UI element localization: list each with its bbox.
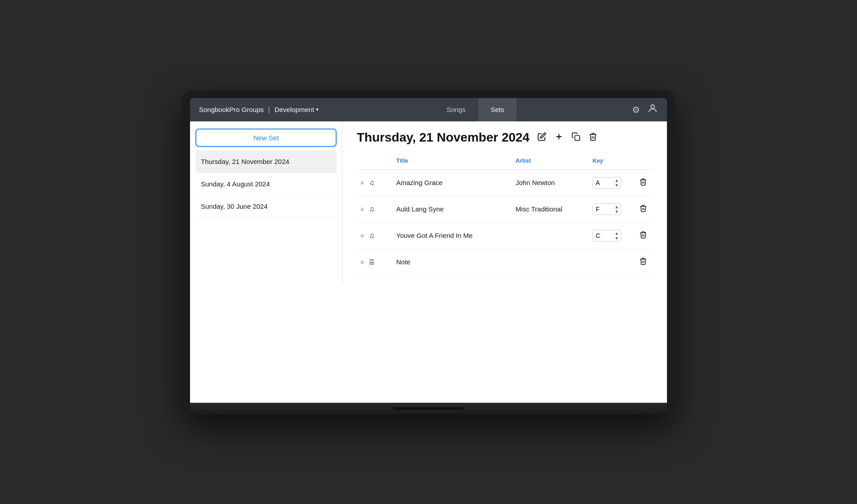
set-item[interactable]: Sunday, 30 June 2024 xyxy=(195,195,337,218)
note-icon: ☰ xyxy=(369,258,375,266)
song-key: ABbBCDbDEbEFF#GAb ▲▼ xyxy=(589,196,634,222)
copy-button[interactable] xyxy=(571,131,581,143)
col-artist: Artist xyxy=(512,155,589,170)
song-title: Amazing Grace xyxy=(393,169,512,196)
songs-table: Title Artist Key ≡ ♫ Amazing GraceJohn N… xyxy=(357,155,653,276)
music-icon: ♫ xyxy=(369,179,374,187)
song-artist: Misc Traditional xyxy=(512,196,589,222)
env-label: Development xyxy=(274,106,314,113)
table-row: ≡ ♫ Auld Lang SyneMisc Traditional ABbBC… xyxy=(357,196,653,222)
song-key: ABbBCDbDEbEFF#GAb ▲▼ xyxy=(589,169,634,196)
music-icon: ♫ xyxy=(369,232,374,240)
song-artist xyxy=(512,249,589,275)
svg-point-0 xyxy=(651,105,654,108)
key-arrows-icon: ▲▼ xyxy=(613,231,621,241)
delete-set-button[interactable] xyxy=(588,131,598,143)
table-row: ≡ ☰ Note xyxy=(357,249,653,275)
laptop-base xyxy=(190,403,667,414)
col-controls xyxy=(357,155,393,170)
key-select[interactable]: ABbBCDbDEbEFF#GAb xyxy=(593,177,613,188)
drag-handle-icon[interactable]: ≡ xyxy=(360,179,364,186)
col-title: Title xyxy=(393,155,512,170)
navbar-tabs: Songs Sets xyxy=(319,98,632,121)
delete-song-button[interactable] xyxy=(637,202,649,216)
new-set-button[interactable]: New Set xyxy=(195,129,337,147)
song-title: Youve Got A Friend In Me xyxy=(393,222,512,249)
laptop-container: SongbookPro Groups | Development ▾ Songs… xyxy=(182,90,675,414)
delete-cell xyxy=(634,169,653,196)
song-title: Note xyxy=(393,249,512,275)
laptop-screen: SongbookPro Groups | Development ▾ Songs… xyxy=(190,98,667,403)
settings-icon[interactable]: ⚙ xyxy=(632,104,640,115)
sidebar: New Set Thursday, 21 November 2024 Sunda… xyxy=(190,121,342,284)
navbar-divider: | xyxy=(268,106,270,114)
laptop-notch xyxy=(393,407,464,410)
set-list: Thursday, 21 November 2024 Sunday, 4 Aug… xyxy=(195,151,337,218)
table-row: ≡ ♫ Amazing GraceJohn Newton ABbBCDbDEbE… xyxy=(357,169,653,196)
env-selector[interactable]: Development ▾ xyxy=(274,106,318,113)
col-key: Key xyxy=(589,155,634,170)
brand-label: SongbookPro Groups xyxy=(199,106,264,113)
key-arrows-icon: ▲▼ xyxy=(613,204,621,214)
delete-song-button[interactable] xyxy=(637,176,649,190)
delete-song-button[interactable] xyxy=(637,229,649,242)
song-title: Auld Lang Syne xyxy=(393,196,512,222)
song-artist: John Newton xyxy=(512,169,589,196)
key-select[interactable]: ABbBCDbDEbEFF#GAb xyxy=(593,204,613,215)
set-header-actions xyxy=(537,131,598,143)
svg-rect-3 xyxy=(575,136,580,141)
set-header: Thursday, 21 November 2024 xyxy=(357,130,653,145)
drag-handle-icon[interactable]: ≡ xyxy=(360,206,364,213)
drag-handle-icon[interactable]: ≡ xyxy=(360,232,364,239)
song-key xyxy=(589,249,634,275)
tab-songs[interactable]: Songs xyxy=(434,98,478,121)
set-item[interactable]: Thursday, 21 November 2024 xyxy=(195,151,337,173)
delete-cell xyxy=(634,249,653,275)
delete-song-button[interactable] xyxy=(637,255,649,269)
navbar-actions: ⚙ xyxy=(632,103,658,116)
add-song-button[interactable] xyxy=(554,131,564,143)
table-row: ≡ ♫ Youve Got A Friend In Me ABbBCDbDEbE… xyxy=(357,222,653,249)
key-arrows-icon: ▲▼ xyxy=(613,178,621,188)
col-actions xyxy=(634,155,653,170)
main-layout: New Set Thursday, 21 November 2024 Sunda… xyxy=(190,121,667,284)
song-key: ABbBCDbDEbEFF#GAb ▲▼ xyxy=(589,222,634,249)
user-icon[interactable] xyxy=(647,103,658,116)
drag-handle-icon[interactable]: ≡ xyxy=(360,258,364,266)
content-area: Thursday, 21 November 2024 xyxy=(342,121,667,284)
music-icon: ♫ xyxy=(369,205,374,213)
navbar: SongbookPro Groups | Development ▾ Songs… xyxy=(190,98,667,121)
song-artist xyxy=(512,222,589,249)
key-select[interactable]: ABbBCDbDEbEFF#GAb xyxy=(593,230,613,241)
edit-button[interactable] xyxy=(537,131,547,143)
delete-cell xyxy=(634,222,653,249)
tab-sets[interactable]: Sets xyxy=(478,98,517,121)
set-item[interactable]: Sunday, 4 August 2024 xyxy=(195,173,337,195)
set-title: Thursday, 21 November 2024 xyxy=(357,130,529,145)
delete-cell xyxy=(634,196,653,222)
